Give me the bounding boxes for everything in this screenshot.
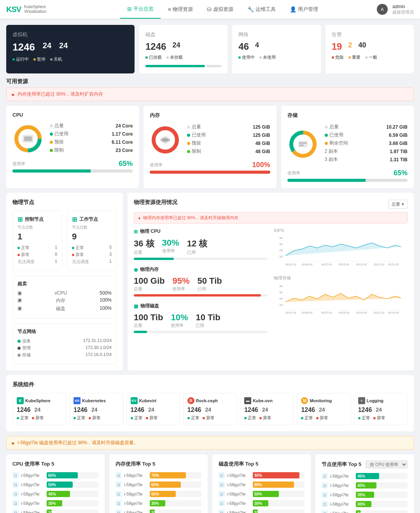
cpu-total-row: 总量 24 Core	[50, 122, 133, 129]
node-bar-4: 30%	[356, 501, 408, 507]
mem-bar-fill-5: 10%	[150, 510, 155, 513]
components-section: 系统组件 K KubeSphere 1246 24 正常 异常	[6, 375, 414, 431]
stor-r3-val: 1.31 TiB	[390, 157, 408, 162]
oversell-disk-icon: ▣	[18, 305, 22, 312]
component-rockceph: R Rock-ceph 1246 24 正常 异常	[183, 393, 237, 425]
stor-used-dot	[325, 134, 328, 137]
disk-bar-4: 30%	[253, 500, 304, 506]
stor-usage-pct: 65%	[394, 169, 408, 177]
alarm-normal-badge: 一般	[365, 54, 377, 60]
monitoring-normal-badge: 正常	[301, 415, 313, 421]
vm-stopped-badge: 暂停	[33, 56, 46, 62]
monitoring-nums: 1246 24	[301, 407, 346, 414]
mem-top5-row-4: □ i-58gyi7te 30%	[116, 500, 201, 506]
network-business-dot	[18, 340, 21, 343]
nav-item-ops[interactable]: 🔧 运维工具	[240, 0, 283, 19]
mem-top5-row-2: □ i-58gyi7te 60%	[116, 482, 201, 488]
summary-grid: 虚拟机 1246 24 24 运行中 暂停 关机 磁盘	[6, 25, 414, 73]
phys-memory-used-pct: 95% 使用率	[172, 276, 189, 292]
memory-metric-icon: ◉	[134, 267, 138, 272]
memory-top5-title: 内存使用率 Top 5	[116, 461, 201, 468]
mem-total-dot	[187, 126, 190, 129]
network-storage-row: 存储 172.16.0.1/24	[18, 352, 112, 358]
stor-free-dot	[325, 142, 328, 145]
phys-cpu-progress	[134, 258, 268, 260]
phys-memory-alert: ● 物理内存使用率已超过 90%，请及时升级物理内存	[134, 212, 408, 223]
node-top5-filter[interactable]: 按 CPU 使用率	[366, 461, 408, 468]
mem-reserved-row: 预留 48 GiB	[187, 140, 270, 147]
phys-filter-dropdown[interactable]: 总量 ▾	[388, 200, 408, 209]
latency-chart-title: 物理存储	[274, 275, 408, 281]
alarm-card-title: 告警	[332, 31, 408, 38]
disk-total: 1246	[145, 41, 166, 52]
mem-limit-dot	[187, 150, 190, 153]
components-grid: K KubeSphere 1246 24 正常 异常 K8 Kubernetes	[12, 393, 408, 425]
network-unused-badge: 未使用	[259, 54, 276, 60]
disk-vm-icon-3: □	[219, 491, 225, 497]
svg-rect-15	[299, 142, 307, 144]
latency-chart-area: 物理存储 40 30 20 10 08:41:43 08:49:43 08:57…	[274, 275, 408, 319]
phys-disk-nums: 100 Tib 总量 10% 使用率 10 Tib 已用	[134, 312, 268, 328]
node-icon-4: □	[322, 501, 328, 507]
kubevirt-name: Kubevirt	[139, 398, 157, 403]
logging-normal: 1246	[358, 407, 372, 414]
cpu-total-label: 总量	[50, 122, 64, 129]
svg-text:40: 40	[279, 284, 283, 288]
disk-bar-3: 50%	[253, 491, 304, 497]
disk-vm-icon-4: □	[219, 500, 225, 506]
phys-right-header: 物理资源使用情况 总量 ▾	[134, 199, 408, 209]
cpu-top5-row-4: □ i-58gyi7te 30%	[12, 500, 98, 506]
network-mgmt-val: 172.30.1.0/24	[86, 345, 112, 351]
mem-vm-icon-2: □	[116, 482, 122, 488]
phys-disk-header: ▦ 物理磁盘	[134, 303, 268, 309]
mem-vm-icon-5: □	[116, 510, 122, 513]
disk-bar-fill-2: 80%	[253, 482, 294, 488]
node-bar-3: 35%	[356, 492, 408, 498]
kubesphere-header: K KubeSphere	[17, 397, 62, 404]
cpu-total-val: 24 Core	[116, 123, 133, 129]
component-logging: ≡ Logging 1246 24 正常 异常	[354, 393, 408, 425]
nav-item-users[interactable]: 👤 用户管理	[283, 0, 325, 19]
nav-item-virtual[interactable]: ⛁ 虚拟资源	[200, 0, 240, 19]
svg-text:40: 40	[279, 236, 283, 240]
nav-username: admin	[392, 4, 414, 9]
mem-bar-fill-4: 30%	[150, 500, 165, 506]
kubernetes-name: Kubernetes	[82, 398, 106, 403]
node-bar-fill-3: 35%	[356, 492, 374, 498]
stor-usage-bar	[287, 179, 408, 182]
svg-rect-14	[298, 141, 308, 147]
disk-labels: 已挂载 未挂载	[145, 54, 221, 60]
cpu-top5-row-3: □ i-58gyi7te 45%	[12, 491, 98, 497]
network-storage-dot	[18, 354, 21, 357]
vm-stopped: 24	[59, 41, 68, 53]
svg-text:30: 30	[279, 291, 283, 294]
overview-icon: ⊞	[127, 6, 132, 12]
disk-top5-row-1: □ i-58gyi7te 90%	[219, 472, 304, 478]
cpu-bar-2: 50%	[47, 482, 98, 488]
cpu-used-dot	[50, 133, 53, 136]
cpu-limit-label: 限制	[50, 147, 64, 154]
component-monitoring: M Monitoring 1246 24 正常 异常	[297, 393, 350, 425]
cpu-bar-4: 30%	[47, 500, 98, 506]
disk-top5-title: 磁盘使用率 Top 5	[219, 461, 304, 468]
phys-cpu-used-count: 12 核 已用	[187, 238, 208, 255]
svg-text:08:49:43: 08:49:43	[302, 311, 312, 314]
kubevirt-icon: KV	[131, 397, 138, 404]
cpu-bar-1: 60%	[47, 472, 98, 478]
nav-item-overview[interactable]: ⊞ 平台总览	[120, 0, 161, 19]
control-nodes-header: ⊞ 控制节点	[18, 216, 57, 223]
svg-text:08:57:43: 08:57:43	[321, 311, 332, 314]
iops-chart-svg: 40 30 20 10 08:41:43 08:49:43 08:57:43 0…	[274, 234, 408, 269]
kubernetes-abnormal: 24	[91, 407, 98, 414]
svg-text:10: 10	[279, 303, 283, 307]
node-top5-row-3: □ i-58gyi7te 35%	[322, 492, 408, 498]
nav-item-physical[interactable]: ≡ 物理资源	[161, 0, 200, 19]
mem-usage-row: 使用率 100%	[150, 161, 270, 169]
disk-bar-fill-3: 50%	[253, 491, 279, 497]
control-schedule-val: 1	[55, 259, 57, 265]
nav-logo-icon: KSV	[6, 5, 21, 14]
phys-left-metrics: ⊞ 物理 CPU 36 核 总量 30% 使用率	[134, 228, 268, 335]
kubesphere-icon: K	[17, 397, 24, 404]
cpu-top5-card: CPU 使用率 Top 5 □ i-58gyi7te 60% □ i-58gyi…	[6, 454, 105, 513]
oversell-disk-val: 100%	[100, 305, 112, 312]
